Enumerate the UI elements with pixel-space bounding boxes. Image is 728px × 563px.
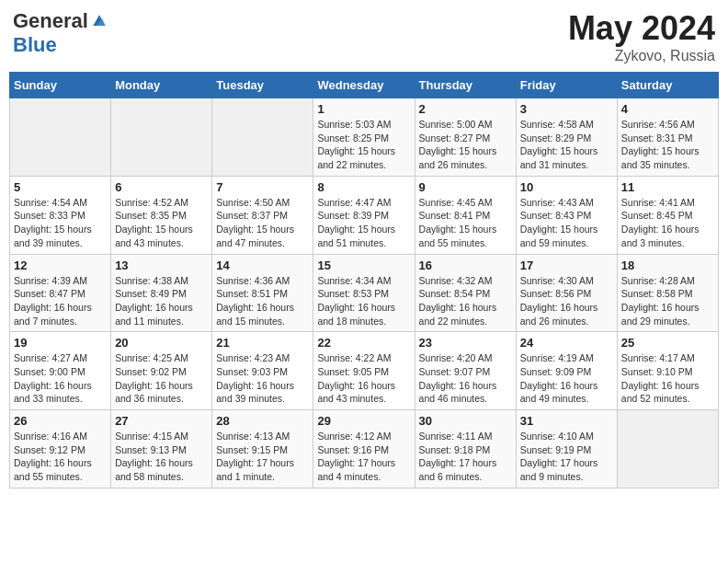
day-info: Sunrise: 4:50 AMSunset: 8:37 PMDaylight:…: [216, 196, 309, 250]
calendar-cell: 7Sunrise: 4:50 AMSunset: 8:37 PMDaylight…: [212, 176, 313, 254]
day-info: Sunrise: 4:32 AMSunset: 8:54 PMDaylight:…: [419, 274, 512, 328]
day-info: Sunrise: 4:28 AMSunset: 8:58 PMDaylight:…: [621, 274, 714, 328]
day-number: 24: [520, 336, 613, 350]
calendar-cell: 27Sunrise: 4:15 AMSunset: 9:13 PMDayligh…: [111, 410, 212, 488]
day-number: 27: [115, 414, 208, 428]
day-info: Sunrise: 4:52 AMSunset: 8:35 PMDaylight:…: [115, 196, 208, 250]
day-number: 15: [317, 259, 410, 272]
calendar-week-row: 1Sunrise: 5:03 AMSunset: 8:25 PMDaylight…: [10, 98, 719, 177]
location-text: Zykovo, Russia: [568, 48, 715, 64]
day-number: 13: [115, 259, 208, 272]
calendar-cell: [212, 98, 313, 177]
day-number: 11: [621, 180, 714, 194]
calendar-cell: 24Sunrise: 4:19 AMSunset: 9:09 PMDayligh…: [516, 332, 617, 410]
day-number: 25: [621, 336, 714, 350]
day-info: Sunrise: 4:34 AMSunset: 8:53 PMDaylight:…: [317, 274, 410, 328]
calendar-header-row: SundayMondayTuesdayWednesdayThursdayFrid…: [10, 73, 719, 98]
day-number: 20: [115, 336, 208, 350]
day-number: 26: [14, 414, 107, 428]
day-number: 9: [419, 180, 512, 194]
calendar-cell: 9Sunrise: 4:45 AMSunset: 8:41 PMDaylight…: [415, 176, 516, 254]
day-number: 23: [419, 336, 512, 350]
calendar-cell: 21Sunrise: 4:23 AMSunset: 9:03 PMDayligh…: [212, 332, 313, 410]
day-number: 18: [621, 259, 714, 272]
calendar-cell: 14Sunrise: 4:36 AMSunset: 8:51 PMDayligh…: [212, 254, 313, 332]
day-info: Sunrise: 4:12 AMSunset: 9:16 PMDaylight:…: [317, 430, 410, 484]
day-info: Sunrise: 5:03 AMSunset: 8:25 PMDaylight:…: [317, 118, 410, 172]
day-number: 31: [520, 414, 613, 428]
day-info: Sunrise: 4:47 AMSunset: 8:39 PMDaylight:…: [317, 196, 410, 250]
logo: General Blue: [13, 9, 108, 57]
day-number: 21: [216, 336, 309, 350]
day-info: Sunrise: 4:38 AMSunset: 8:49 PMDaylight:…: [115, 274, 208, 328]
day-number: 30: [419, 414, 512, 428]
day-info: Sunrise: 4:27 AMSunset: 9:00 PMDaylight:…: [14, 351, 107, 406]
day-number: 28: [216, 414, 309, 428]
calendar-week-row: 26Sunrise: 4:16 AMSunset: 9:12 PMDayligh…: [10, 410, 719, 488]
calendar-cell: 13Sunrise: 4:38 AMSunset: 8:49 PMDayligh…: [111, 254, 212, 332]
calendar-cell: 16Sunrise: 4:32 AMSunset: 8:54 PMDayligh…: [415, 254, 516, 332]
day-info: Sunrise: 4:30 AMSunset: 8:56 PMDaylight:…: [520, 274, 613, 328]
calendar-cell: 8Sunrise: 4:47 AMSunset: 8:39 PMDaylight…: [313, 176, 415, 254]
calendar-cell: [10, 98, 111, 177]
day-number: 7: [216, 180, 309, 194]
calendar-cell: 25Sunrise: 4:17 AMSunset: 9:10 PMDayligh…: [617, 332, 718, 410]
day-number: 4: [621, 102, 714, 116]
calendar-cell: [111, 98, 212, 177]
day-number: 5: [14, 180, 107, 194]
calendar-cell: 19Sunrise: 4:27 AMSunset: 9:00 PMDayligh…: [10, 332, 111, 410]
calendar-cell: 3Sunrise: 4:58 AMSunset: 8:29 PMDaylight…: [516, 98, 617, 177]
calendar-week-row: 19Sunrise: 4:27 AMSunset: 9:00 PMDayligh…: [10, 332, 719, 410]
month-year-title: May 2024: [568, 9, 715, 48]
calendar-cell: 10Sunrise: 4:43 AMSunset: 8:43 PMDayligh…: [516, 176, 617, 254]
day-info: Sunrise: 4:41 AMSunset: 8:45 PMDaylight:…: [621, 196, 714, 250]
day-number: 19: [14, 336, 107, 350]
col-header-monday: Monday: [111, 73, 212, 98]
day-info: Sunrise: 4:10 AMSunset: 9:19 PMDaylight:…: [520, 430, 613, 484]
col-header-tuesday: Tuesday: [212, 73, 313, 98]
calendar-cell: 15Sunrise: 4:34 AMSunset: 8:53 PMDayligh…: [313, 254, 415, 332]
day-number: 12: [14, 259, 107, 272]
calendar-cell: 6Sunrise: 4:52 AMSunset: 8:35 PMDaylight…: [111, 176, 212, 254]
day-info: Sunrise: 4:23 AMSunset: 9:03 PMDaylight:…: [216, 351, 309, 406]
day-info: Sunrise: 4:13 AMSunset: 9:15 PMDaylight:…: [216, 430, 309, 484]
calendar-cell: [617, 410, 718, 488]
calendar-cell: 12Sunrise: 4:39 AMSunset: 8:47 PMDayligh…: [10, 254, 111, 332]
day-number: 1: [317, 102, 410, 116]
day-info: Sunrise: 4:43 AMSunset: 8:43 PMDaylight:…: [520, 196, 613, 250]
calendar-cell: 1Sunrise: 5:03 AMSunset: 8:25 PMDaylight…: [313, 98, 415, 177]
calendar-week-row: 5Sunrise: 4:54 AMSunset: 8:33 PMDaylight…: [10, 176, 719, 254]
day-info: Sunrise: 4:22 AMSunset: 9:05 PMDaylight:…: [317, 351, 410, 406]
calendar-cell: 28Sunrise: 4:13 AMSunset: 9:15 PMDayligh…: [212, 410, 313, 488]
day-number: 6: [115, 180, 208, 194]
calendar-cell: 17Sunrise: 4:30 AMSunset: 8:56 PMDayligh…: [516, 254, 617, 332]
calendar-cell: 18Sunrise: 4:28 AMSunset: 8:58 PMDayligh…: [617, 254, 718, 332]
day-info: Sunrise: 4:15 AMSunset: 9:13 PMDaylight:…: [115, 430, 208, 484]
day-number: 3: [520, 102, 613, 116]
day-info: Sunrise: 4:36 AMSunset: 8:51 PMDaylight:…: [216, 274, 309, 328]
calendar-cell: 23Sunrise: 4:20 AMSunset: 9:07 PMDayligh…: [415, 332, 516, 410]
day-info: Sunrise: 4:16 AMSunset: 9:12 PMDaylight:…: [14, 430, 107, 484]
col-header-friday: Friday: [516, 73, 617, 98]
logo-general-text: General: [13, 9, 88, 33]
day-info: Sunrise: 4:17 AMSunset: 9:10 PMDaylight:…: [621, 351, 714, 406]
logo-icon: [90, 12, 108, 30]
day-info: Sunrise: 5:00 AMSunset: 8:27 PMDaylight:…: [419, 118, 512, 172]
calendar-cell: 20Sunrise: 4:25 AMSunset: 9:02 PMDayligh…: [111, 332, 212, 410]
day-info: Sunrise: 4:11 AMSunset: 9:18 PMDaylight:…: [419, 430, 512, 484]
day-number: 29: [317, 414, 410, 428]
col-header-wednesday: Wednesday: [313, 73, 415, 98]
day-number: 22: [317, 336, 410, 350]
day-info: Sunrise: 4:39 AMSunset: 8:47 PMDaylight:…: [14, 274, 107, 328]
calendar-table: SundayMondayTuesdayWednesdayThursdayFrid…: [9, 72, 719, 488]
day-number: 16: [419, 259, 512, 272]
calendar-cell: 22Sunrise: 4:22 AMSunset: 9:05 PMDayligh…: [313, 332, 415, 410]
col-header-thursday: Thursday: [415, 73, 516, 98]
day-info: Sunrise: 4:45 AMSunset: 8:41 PMDaylight:…: [419, 196, 512, 250]
day-info: Sunrise: 4:20 AMSunset: 9:07 PMDaylight:…: [419, 351, 512, 406]
day-number: 2: [419, 102, 512, 116]
day-number: 10: [520, 180, 613, 194]
calendar-cell: 29Sunrise: 4:12 AMSunset: 9:16 PMDayligh…: [313, 410, 415, 488]
calendar-cell: 26Sunrise: 4:16 AMSunset: 9:12 PMDayligh…: [10, 410, 111, 488]
calendar-cell: 2Sunrise: 5:00 AMSunset: 8:27 PMDaylight…: [415, 98, 516, 177]
